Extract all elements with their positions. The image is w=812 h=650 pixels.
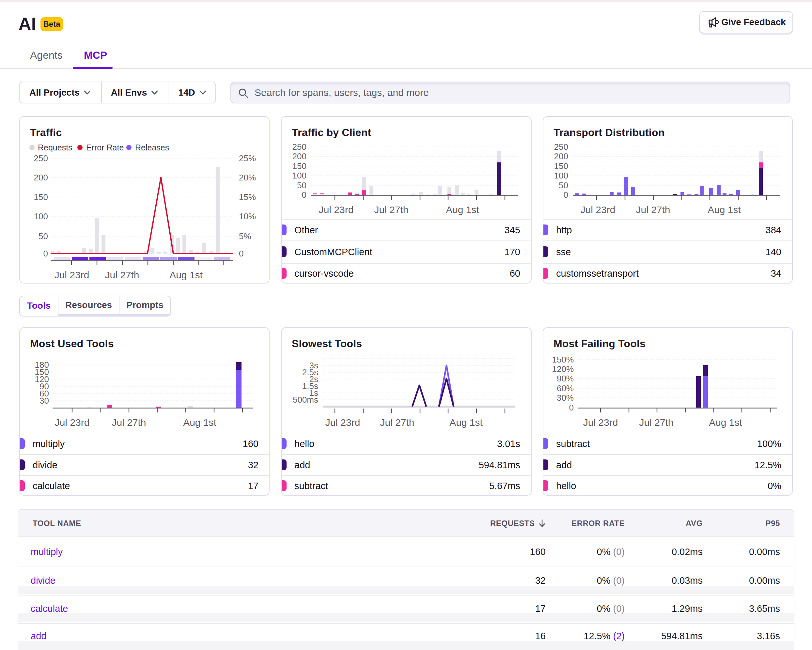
- svg-text:50: 50: [38, 231, 48, 241]
- svg-text:150: 150: [554, 161, 568, 171]
- svg-text:200: 200: [292, 151, 307, 161]
- svg-text:25%: 25%: [239, 153, 256, 163]
- svg-text:Jul 27th: Jul 27th: [636, 204, 670, 215]
- svg-text:200: 200: [34, 172, 48, 182]
- svg-text:Aug 1st: Aug 1st: [708, 204, 741, 215]
- svg-text:Aug 1st: Aug 1st: [709, 417, 742, 428]
- svg-text:Requests: Requests: [38, 143, 72, 152]
- svg-text:Jul 23rd: Jul 23rd: [581, 204, 615, 215]
- svg-text:Releases: Releases: [135, 143, 169, 152]
- svg-text:50: 50: [297, 180, 307, 190]
- svg-text:0: 0: [564, 190, 568, 200]
- svg-text:0: 0: [302, 190, 307, 200]
- svg-text:250: 250: [292, 142, 307, 152]
- svg-text:100: 100: [292, 171, 307, 180]
- svg-text:150: 150: [292, 161, 307, 171]
- svg-text:0: 0: [569, 403, 574, 412]
- svg-text:30%: 30%: [557, 393, 574, 403]
- svg-text:100: 100: [34, 211, 48, 221]
- svg-text:15%: 15%: [239, 192, 256, 202]
- svg-text:Aug 1st: Aug 1st: [183, 417, 217, 428]
- svg-text:Error Rate: Error Rate: [86, 143, 124, 152]
- svg-text:250: 250: [554, 142, 568, 152]
- svg-text:60%: 60%: [557, 383, 574, 393]
- svg-text:0: 0: [43, 249, 48, 258]
- svg-text:150: 150: [34, 192, 48, 202]
- svg-text:Jul 23rd: Jul 23rd: [325, 417, 360, 428]
- svg-text:5%: 5%: [239, 231, 251, 241]
- svg-text:0: 0: [239, 249, 243, 258]
- svg-text:Jul 27th: Jul 27th: [105, 270, 139, 280]
- svg-text:Jul 27th: Jul 27th: [639, 417, 673, 428]
- svg-text:Jul 27th: Jul 27th: [380, 417, 414, 428]
- svg-text:500ms: 500ms: [293, 395, 318, 404]
- svg-text:Aug 1st: Aug 1st: [446, 204, 479, 215]
- svg-text:250: 250: [34, 153, 48, 163]
- svg-text:Jul 23rd: Jul 23rd: [583, 417, 618, 428]
- svg-text:150%: 150%: [552, 355, 574, 365]
- svg-text:20%: 20%: [239, 172, 256, 182]
- svg-text:Jul 23rd: Jul 23rd: [55, 417, 90, 428]
- svg-text:Jul 23rd: Jul 23rd: [55, 270, 89, 280]
- svg-text:Jul 27th: Jul 27th: [111, 417, 146, 428]
- svg-text:Aug 1st: Aug 1st: [169, 270, 203, 280]
- svg-text:10%: 10%: [239, 211, 256, 221]
- svg-text:30: 30: [40, 396, 49, 406]
- svg-text:100: 100: [554, 171, 568, 180]
- svg-text:Aug 1st: Aug 1st: [449, 417, 483, 428]
- svg-text:Jul 27th: Jul 27th: [374, 204, 408, 215]
- svg-text:50: 50: [559, 180, 568, 190]
- svg-text:200: 200: [554, 151, 568, 161]
- svg-text:Jul 23rd: Jul 23rd: [319, 204, 354, 215]
- svg-text:120%: 120%: [552, 364, 574, 374]
- svg-text:90%: 90%: [557, 374, 574, 383]
